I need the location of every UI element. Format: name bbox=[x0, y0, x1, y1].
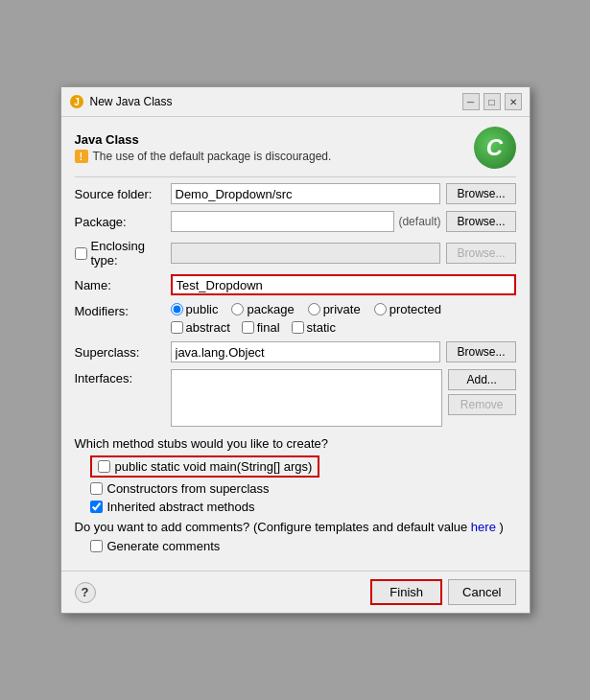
svg-text:J: J bbox=[74, 97, 80, 107]
modifier-package[interactable]: package bbox=[231, 302, 294, 316]
stubs-title: Which method stubs would you like to cre… bbox=[75, 436, 516, 451]
minimize-button[interactable]: ─ bbox=[462, 93, 480, 110]
comments-here-link[interactable]: here bbox=[471, 520, 496, 534]
stub-inherited-item: Inherited abstract methods bbox=[90, 500, 516, 514]
modifier-public-label: public bbox=[186, 302, 219, 316]
superclass-input[interactable] bbox=[171, 341, 441, 362]
stubs-section: Which method stubs would you like to cre… bbox=[75, 436, 516, 514]
stub-constructor-label: Constructors from superclass bbox=[107, 481, 270, 496]
modifier-final-checkbox[interactable] bbox=[242, 321, 254, 334]
modifier-abstract-checkbox[interactable] bbox=[171, 321, 183, 334]
comments-text-end: ) bbox=[500, 520, 504, 534]
modifier-final-label: final bbox=[257, 320, 280, 335]
new-java-class-dialog: J New Java Class ─ □ ✕ Java Class ! The … bbox=[60, 86, 531, 614]
cancel-button[interactable]: Cancel bbox=[448, 579, 515, 605]
modifier-protected[interactable]: protected bbox=[374, 302, 441, 316]
default-text: (default) bbox=[398, 215, 440, 228]
source-folder-field bbox=[171, 183, 441, 204]
comments-section: Do you want to add comments? (Configure … bbox=[75, 520, 516, 553]
package-label: Package: bbox=[75, 215, 171, 229]
comments-text: Do you want to add comments? (Configure … bbox=[75, 520, 471, 534]
title-bar-left: J New Java Class bbox=[69, 94, 173, 109]
interfaces-content bbox=[171, 369, 442, 430]
enclosing-type-row: Enclosing type: Browse... bbox=[75, 239, 516, 268]
name-field bbox=[171, 274, 516, 295]
enclosing-type-label: Enclosing type: bbox=[91, 239, 171, 268]
close-button[interactable]: ✕ bbox=[505, 93, 522, 110]
package-row: Package: (default) Browse... bbox=[75, 211, 516, 232]
interfaces-buttons: Add... Remove bbox=[448, 369, 516, 415]
modifier-abstract-label: abstract bbox=[186, 320, 230, 335]
dialog-footer: ? Finish Cancel bbox=[61, 571, 530, 613]
stub-main-checkbox[interactable] bbox=[98, 460, 110, 473]
source-folder-browse-button[interactable]: Browse... bbox=[446, 183, 515, 204]
modifier-private-label: private bbox=[323, 302, 361, 316]
modifier-private-radio[interactable] bbox=[308, 303, 320, 315]
generate-comments-item: Generate comments bbox=[90, 539, 516, 553]
stub-constructor-checkbox[interactable] bbox=[90, 482, 103, 495]
title-bar-controls: ─ □ ✕ bbox=[462, 93, 522, 110]
stub-inherited-checkbox[interactable] bbox=[90, 501, 103, 513]
section-header-left: Java Class ! The use of the default pack… bbox=[75, 132, 332, 163]
name-label: Name: bbox=[75, 278, 171, 292]
dialog-title: New Java Class bbox=[90, 95, 173, 108]
warning-icon: ! bbox=[75, 150, 88, 163]
superclass-row: Superclass: Browse... bbox=[75, 341, 516, 362]
interfaces-remove-button[interactable]: Remove bbox=[448, 394, 516, 415]
name-input[interactable] bbox=[171, 274, 516, 295]
source-folder-row: Source folder: Browse... bbox=[75, 183, 516, 204]
enclosing-browse-button[interactable]: Browse... bbox=[446, 243, 515, 264]
java-icon: J bbox=[69, 94, 84, 109]
modifiers-label: Modifiers: bbox=[75, 302, 171, 318]
modifier-static-checkbox[interactable] bbox=[292, 321, 304, 334]
generate-comments-checkbox[interactable] bbox=[90, 540, 103, 552]
modifiers-check-group: abstract final static bbox=[171, 320, 516, 335]
help-button[interactable]: ? bbox=[75, 582, 96, 603]
stub-main-item: public static void main(String[] args) bbox=[90, 455, 516, 478]
finish-button[interactable]: Finish bbox=[370, 579, 442, 605]
modifier-final[interactable]: final bbox=[242, 320, 280, 335]
warning-row: ! The use of the default package is disc… bbox=[75, 150, 332, 163]
superclass-browse-button[interactable]: Browse... bbox=[446, 341, 515, 362]
stub-main-label: public static void main(String[] args) bbox=[115, 459, 313, 474]
modifier-static[interactable]: static bbox=[292, 320, 336, 335]
modifier-package-label: package bbox=[247, 302, 294, 316]
stub-inherited-label: Inherited abstract methods bbox=[107, 500, 255, 514]
modifiers-row: Modifiers: public package private bbox=[75, 302, 516, 335]
superclass-field bbox=[171, 341, 441, 362]
modifier-public-radio[interactable] bbox=[171, 303, 183, 315]
footer-left: ? bbox=[75, 582, 96, 603]
divider-top bbox=[75, 176, 516, 177]
footer-right: Finish Cancel bbox=[370, 579, 515, 605]
modifier-abstract[interactable]: abstract bbox=[171, 320, 230, 335]
name-row: Name: bbox=[75, 274, 516, 295]
comments-title: Do you want to add comments? (Configure … bbox=[75, 520, 516, 534]
source-folder-input[interactable] bbox=[171, 183, 441, 204]
modifier-package-radio[interactable] bbox=[231, 303, 244, 315]
section-header: Java Class ! The use of the default pack… bbox=[75, 127, 516, 169]
maximize-button[interactable]: □ bbox=[484, 93, 501, 110]
section-title: Java Class bbox=[75, 132, 332, 147]
modifier-public[interactable]: public bbox=[171, 302, 219, 316]
enclosing-type-checkbox[interactable] bbox=[75, 247, 87, 260]
warning-text: The use of the default package is discou… bbox=[93, 150, 332, 163]
stub-main-highlighted: public static void main(String[] args) bbox=[90, 455, 320, 478]
superclass-label: Superclass: bbox=[75, 345, 171, 360]
interfaces-label: Interfaces: bbox=[75, 369, 171, 385]
interfaces-add-button[interactable]: Add... bbox=[448, 369, 516, 390]
enclosing-type-input[interactable] bbox=[171, 243, 441, 264]
package-input[interactable] bbox=[171, 211, 395, 232]
enclosing-label-area: Enclosing type: bbox=[75, 239, 171, 268]
dialog-body: Java Class ! The use of the default pack… bbox=[61, 117, 530, 571]
modifier-protected-label: protected bbox=[389, 302, 441, 316]
stub-constructor-item: Constructors from superclass bbox=[90, 481, 516, 496]
modifier-static-label: static bbox=[307, 320, 336, 335]
package-field bbox=[171, 211, 395, 232]
modifiers-radio-group: public package private protected bbox=[171, 302, 516, 316]
modifier-private[interactable]: private bbox=[308, 302, 361, 316]
interfaces-row: Interfaces: Add... Remove bbox=[75, 369, 516, 430]
modifier-protected-radio[interactable] bbox=[374, 303, 387, 315]
interfaces-textarea[interactable] bbox=[171, 369, 442, 427]
source-folder-label: Source folder: bbox=[75, 187, 171, 201]
package-browse-button[interactable]: Browse... bbox=[446, 211, 515, 232]
